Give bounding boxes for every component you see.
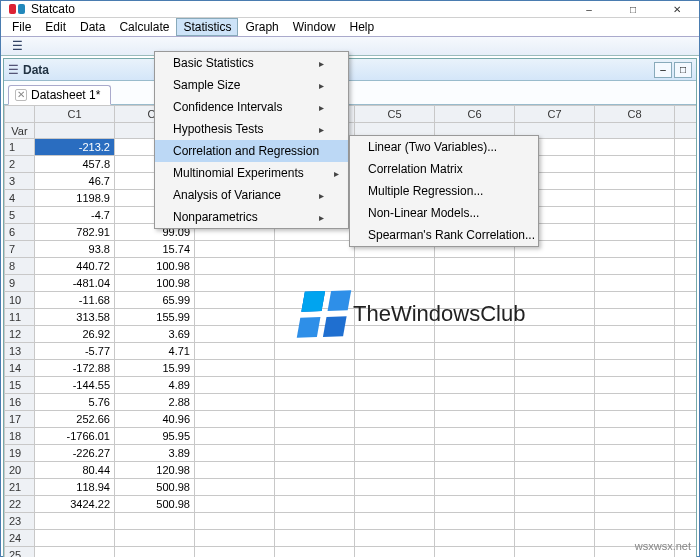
cell[interactable] xyxy=(595,411,675,428)
cell[interactable] xyxy=(355,326,435,343)
menu-item[interactable]: Basic Statistics▸ xyxy=(155,52,348,74)
cell[interactable] xyxy=(595,377,675,394)
menu-item[interactable]: Multiple Regression... xyxy=(350,180,538,202)
cell[interactable] xyxy=(515,513,595,530)
cell[interactable] xyxy=(195,360,275,377)
cell[interactable] xyxy=(515,275,595,292)
cell[interactable]: -172.88 xyxy=(35,360,115,377)
cell[interactable] xyxy=(595,360,675,377)
cell[interactable]: 782.91 xyxy=(35,224,115,241)
row-header[interactable]: 3 xyxy=(5,173,35,190)
cell[interactable] xyxy=(515,496,595,513)
cell[interactable] xyxy=(275,292,355,309)
menu-item[interactable]: Confidence Intervals▸ xyxy=(155,96,348,118)
cell[interactable] xyxy=(355,360,435,377)
cell[interactable]: 252.66 xyxy=(35,411,115,428)
cell[interactable]: 2.88 xyxy=(115,394,195,411)
corner-cell[interactable] xyxy=(5,106,35,123)
menu-item[interactable]: Hypothesis Tests▸ xyxy=(155,118,348,140)
cell[interactable] xyxy=(435,445,515,462)
cell[interactable] xyxy=(435,377,515,394)
row-header[interactable]: 2 xyxy=(5,156,35,173)
menu-window[interactable]: Window xyxy=(286,18,343,36)
cell[interactable] xyxy=(435,462,515,479)
cell[interactable]: 120.98 xyxy=(115,462,195,479)
sub-maximize-button[interactable]: □ xyxy=(674,62,692,78)
cell[interactable] xyxy=(675,411,697,428)
cell[interactable] xyxy=(595,513,675,530)
cell[interactable] xyxy=(275,275,355,292)
cell[interactable]: 3.69 xyxy=(115,326,195,343)
row-header[interactable]: 8 xyxy=(5,258,35,275)
cell[interactable] xyxy=(195,462,275,479)
cell[interactable] xyxy=(275,513,355,530)
cell[interactable]: 4.71 xyxy=(115,343,195,360)
cell[interactable] xyxy=(435,309,515,326)
cell[interactable]: 500.98 xyxy=(115,479,195,496)
row-header[interactable]: 12 xyxy=(5,326,35,343)
cell[interactable] xyxy=(275,241,355,258)
cell[interactable] xyxy=(595,343,675,360)
tab-close-icon[interactable]: ✕ xyxy=(15,89,27,101)
cell[interactable] xyxy=(275,496,355,513)
cell[interactable]: -226.27 xyxy=(35,445,115,462)
cell[interactable] xyxy=(195,326,275,343)
cell[interactable] xyxy=(595,258,675,275)
cell[interactable]: 440.72 xyxy=(35,258,115,275)
cell[interactable] xyxy=(595,496,675,513)
cell[interactable] xyxy=(515,360,595,377)
cell[interactable] xyxy=(275,411,355,428)
var-cell[interactable] xyxy=(675,123,697,139)
column-header[interactable]: C1 xyxy=(35,106,115,123)
row-header[interactable]: 9 xyxy=(5,275,35,292)
cell[interactable]: 4.89 xyxy=(115,377,195,394)
menu-item[interactable]: Spearman's Rank Correlation... xyxy=(350,224,538,246)
cell[interactable] xyxy=(275,479,355,496)
cell[interactable] xyxy=(355,547,435,558)
cell[interactable] xyxy=(515,258,595,275)
cell[interactable] xyxy=(275,343,355,360)
row-header[interactable]: 16 xyxy=(5,394,35,411)
cell[interactable] xyxy=(435,275,515,292)
cell[interactable] xyxy=(595,275,675,292)
cell[interactable] xyxy=(675,377,697,394)
cell[interactable] xyxy=(595,462,675,479)
menu-item[interactable]: Analysis of Variance▸ xyxy=(155,184,348,206)
cell[interactable] xyxy=(595,190,675,207)
sub-minimize-button[interactable]: – xyxy=(654,62,672,78)
cell[interactable] xyxy=(595,292,675,309)
cell[interactable] xyxy=(675,326,697,343)
cell[interactable] xyxy=(515,326,595,343)
cell[interactable] xyxy=(195,530,275,547)
var-cell[interactable] xyxy=(595,123,675,139)
cell[interactable] xyxy=(515,411,595,428)
cell[interactable] xyxy=(595,309,675,326)
row-header[interactable]: 19 xyxy=(5,445,35,462)
column-header[interactable]: C5 xyxy=(355,106,435,123)
cell[interactable] xyxy=(515,343,595,360)
row-header[interactable]: 10 xyxy=(5,292,35,309)
cell[interactable]: 1198.9 xyxy=(35,190,115,207)
cell[interactable]: 80.44 xyxy=(35,462,115,479)
cell[interactable] xyxy=(675,496,697,513)
cell[interactable] xyxy=(515,309,595,326)
cell[interactable]: 3424.22 xyxy=(35,496,115,513)
maximize-button[interactable]: □ xyxy=(611,1,655,17)
cell[interactable] xyxy=(675,428,697,445)
cell[interactable] xyxy=(435,394,515,411)
row-header[interactable]: 11 xyxy=(5,309,35,326)
cell[interactable] xyxy=(435,496,515,513)
cell[interactable] xyxy=(195,445,275,462)
menu-item[interactable]: Sample Size▸ xyxy=(155,74,348,96)
row-header[interactable]: 25 xyxy=(5,547,35,558)
cell[interactable] xyxy=(355,462,435,479)
cell[interactable] xyxy=(515,462,595,479)
cell[interactable] xyxy=(675,190,697,207)
row-header[interactable]: 15 xyxy=(5,377,35,394)
cell[interactable] xyxy=(435,411,515,428)
row-header[interactable]: 20 xyxy=(5,462,35,479)
cell[interactable] xyxy=(195,513,275,530)
toolbar-button[interactable]: ☰ xyxy=(7,37,27,55)
cell[interactable] xyxy=(355,530,435,547)
cell[interactable] xyxy=(355,411,435,428)
